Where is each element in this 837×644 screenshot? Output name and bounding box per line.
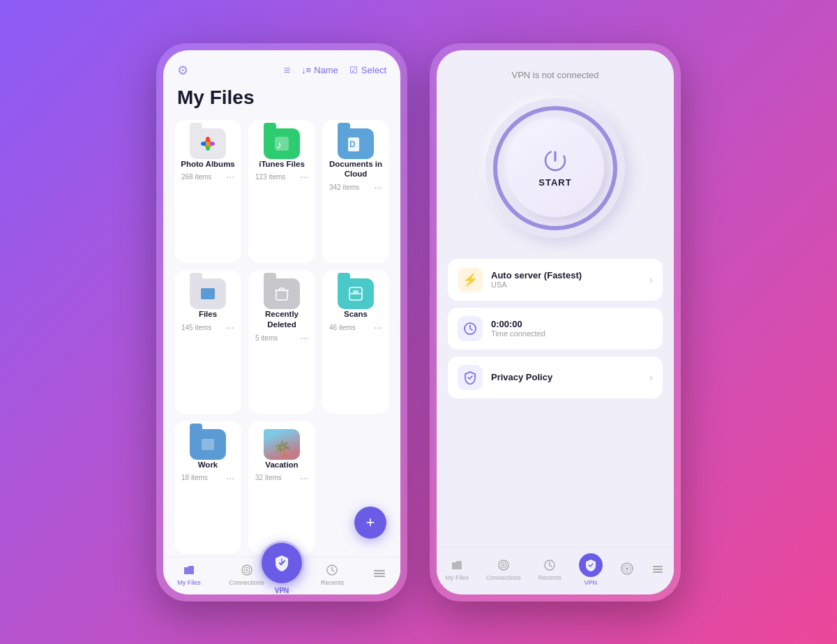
vpn-nav-label: VPN — [275, 587, 289, 594]
left-phone-frame: ⚙ ≡ ↓≡ Name ☑ Select My Files — [156, 43, 407, 601]
vpn-status-text: VPN is not connected — [437, 50, 674, 91]
rnav-bars[interactable] — [651, 562, 665, 576]
files-grid: Photo Albums 268 items ··· ♪ iTunes Fil — [163, 117, 400, 557]
svg-point-3 — [201, 142, 206, 146]
folder-name-files: Files — [199, 309, 217, 320]
folder-scans[interactable]: Scans 46 items ··· — [322, 270, 389, 414]
folder-count-photo-albums: 268 items — [181, 173, 211, 181]
svg-rect-26 — [374, 576, 385, 577]
server-icon: ⚡ — [458, 267, 483, 292]
svg-point-1 — [206, 137, 210, 142]
folder-meta-itunes: 123 items ··· — [254, 171, 310, 182]
time-subtitle: Time connected — [491, 329, 653, 338]
my-files-screen: ⚙ ≡ ↓≡ Name ☑ Select My Files — [163, 50, 400, 594]
start-label: START — [538, 177, 571, 188]
nav-label-my-files: My Files — [177, 579, 201, 586]
vpn-circle-button[interactable] — [259, 541, 304, 585]
folder-more-files[interactable]: ··· — [226, 322, 234, 333]
svg-rect-37 — [653, 566, 663, 567]
vpn-server-item[interactable]: ⚡ Auto server (Fastest) USA › — [448, 259, 663, 301]
rnav-connections[interactable]: Connections — [486, 558, 521, 581]
rnav-recents-icon — [543, 558, 557, 572]
folder-more-itunes[interactable]: ··· — [300, 171, 308, 182]
extra-nav-icon — [372, 567, 386, 581]
svg-point-2 — [206, 145, 210, 151]
folder-more-scans[interactable]: ··· — [374, 322, 382, 333]
folder-more-photo-albums[interactable]: ··· — [226, 171, 234, 182]
time-text: 0:00:00 Time connected — [491, 319, 653, 338]
svg-rect-17 — [353, 290, 359, 293]
add-fab-button[interactable]: + — [354, 507, 386, 539]
folder-count-work: 18 items — [181, 474, 208, 481]
vpn-nav-active-bg — [579, 553, 603, 577]
svg-rect-25 — [374, 573, 385, 574]
rnav-label-connections: Connections — [486, 574, 521, 581]
folder-work[interactable]: Work 18 items ··· — [174, 421, 241, 554]
rnav-recents[interactable]: Recents — [538, 558, 561, 581]
rnav-extra[interactable] — [620, 562, 634, 578]
folder-photo-albums[interactable]: Photo Albums 268 items ··· — [174, 120, 241, 264]
rnav-vpn[interactable]: VPN — [579, 553, 603, 586]
nav-recents[interactable]: Recents — [321, 563, 344, 586]
select-button[interactable]: ☑ Select — [349, 65, 386, 75]
rnav-label-files: My Files — [445, 574, 469, 581]
left-phone-screen: ⚙ ≡ ↓≡ Name ☑ Select My Files — [163, 50, 400, 594]
folder-name-vacation: Vacation — [265, 460, 298, 470]
svg-point-21 — [246, 569, 248, 571]
folder-more-recently-deleted[interactable]: ··· — [300, 332, 308, 343]
sort-button[interactable]: ↓≡ Name — [301, 65, 338, 75]
vpn-time-item: 0:00:00 Time connected — [448, 308, 663, 350]
folder-name-scans: Scans — [344, 309, 368, 320]
my-files-nav-icon — [182, 563, 196, 577]
vpn-start-button[interactable]: START — [506, 119, 604, 217]
rnav-connections-icon — [497, 558, 511, 572]
recents-nav-icon — [325, 563, 339, 577]
vpn-ring-border: START — [493, 106, 617, 230]
work-icon — [190, 429, 226, 460]
select-label: Select — [361, 65, 386, 75]
folder-vacation[interactable]: 🌴 Vacation 32 items ··· — [248, 421, 315, 554]
folder-meta-photo-albums: 268 items ··· — [180, 171, 236, 182]
folder-more-work[interactable]: ··· — [226, 472, 234, 484]
right-phone-screen: VPN is not connected START — [437, 50, 674, 594]
privacy-text: Privacy Policy — [491, 372, 649, 382]
svg-text:♪: ♪ — [276, 139, 282, 151]
folder-files[interactable]: Files 145 items ··· — [174, 270, 241, 414]
nav-label-recents: Recents — [321, 579, 344, 586]
vpn-outer-ring: START — [485, 98, 625, 238]
settings-icon[interactable]: ⚙ — [177, 63, 188, 78]
privacy-title: Privacy Policy — [491, 372, 649, 382]
folder-count-vacation: 32 items — [255, 474, 282, 481]
top-bar-right: ≡ ↓≡ Name ☑ Select — [284, 64, 386, 77]
folder-name-work: Work — [198, 460, 218, 470]
checkbox-icon: ☑ — [349, 65, 358, 75]
server-subtitle: USA — [491, 280, 649, 289]
vpn-bubble: VPN — [259, 541, 304, 594]
nav-my-files[interactable]: My Files — [177, 563, 201, 586]
vpn-info-list: ⚡ Auto server (Fastest) USA › — [437, 259, 674, 547]
rnav-vpn-icon — [585, 559, 597, 571]
folder-docs[interactable]: D Documents in Cloud 342 items ··· — [322, 120, 389, 264]
right-bottom-nav: My Files Connections Recents — [437, 547, 674, 594]
svg-rect-10 — [276, 290, 287, 300]
svg-rect-39 — [653, 571, 663, 573]
svg-point-4 — [209, 142, 215, 146]
folder-name-photo-albums: Photo Albums — [181, 159, 235, 170]
folder-recently-deleted[interactable]: Recently Deleted 5 items ··· — [248, 270, 315, 414]
folder-more-docs[interactable]: ··· — [374, 181, 382, 193]
folder-name-itunes: iTunes Files — [259, 159, 305, 170]
power-icon — [543, 148, 568, 173]
folder-count-itunes: 123 items — [255, 173, 285, 181]
time-icon — [458, 316, 483, 341]
vpn-privacy-item[interactable]: Privacy Policy › — [448, 357, 663, 398]
svg-point-5 — [206, 142, 210, 146]
rnav-label-vpn: VPN — [584, 579, 597, 586]
rnav-my-files[interactable]: My Files — [445, 558, 469, 581]
nav-extra[interactable] — [372, 567, 386, 583]
list-icon[interactable]: ≡ — [284, 64, 290, 77]
folder-more-vacation[interactable]: ··· — [300, 472, 308, 484]
rnav-bars-icon — [651, 562, 665, 576]
folder-itunes[interactable]: ♪ iTunes Files 123 items ··· — [248, 120, 315, 264]
palm-icon: 🌴 — [273, 440, 292, 458]
bottom-nav: My Files Connections — [163, 557, 400, 594]
